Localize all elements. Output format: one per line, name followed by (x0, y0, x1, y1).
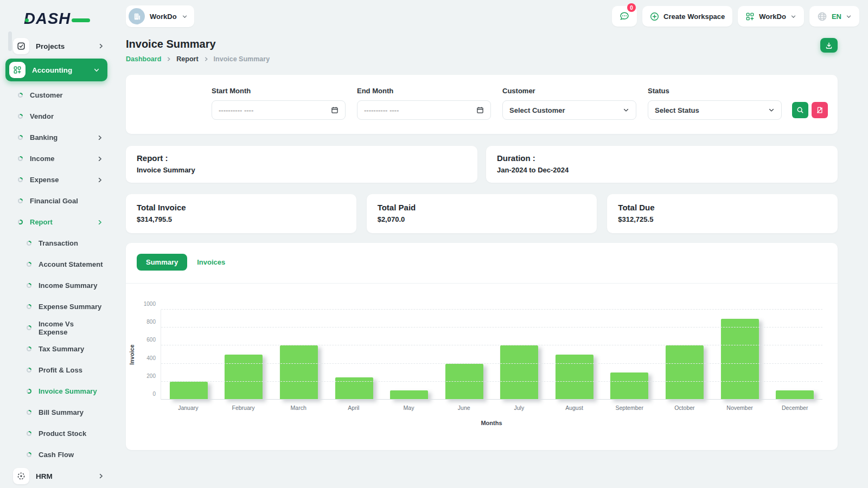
sidebar-item-product-stock[interactable]: Product Stock (0, 423, 113, 444)
chevron-down-icon (182, 14, 188, 20)
bullet-icon (27, 452, 31, 457)
sidebar-item-report[interactable]: Report (0, 211, 113, 233)
reset-filter-button[interactable] (812, 102, 828, 118)
sidebar-item-account-statement[interactable]: Account Statement (0, 254, 113, 275)
stat-card-0: Total Invoice$314,795.5 (126, 194, 356, 233)
bar-august[interactable] (556, 355, 593, 400)
bar-october[interactable] (666, 345, 704, 400)
topbar: WorkDo 0 Create Workspace WorkDo EN (113, 0, 868, 27)
sidebar-item-transaction[interactable]: Transaction (0, 233, 113, 254)
sidebar-item-label: Expense (30, 176, 97, 184)
gridline-400 (161, 363, 822, 364)
download-button[interactable] (820, 38, 838, 53)
bar-band-september (602, 310, 658, 400)
x-tick-label: February (216, 404, 271, 411)
bar-april[interactable] (335, 377, 373, 400)
sidebar-item-cash-flow[interactable]: Cash Flow (0, 444, 113, 465)
start-month-input-wrap (212, 100, 346, 120)
bar-november[interactable] (721, 319, 759, 400)
chart-card: SummaryInvoices Invoice 0200400600800100… (126, 243, 838, 450)
tab-summary[interactable]: Summary (137, 254, 187, 271)
bar-july[interactable] (500, 345, 538, 400)
stat-title: Total Invoice (137, 203, 346, 212)
sidebar-item-hrm[interactable]: HRM (0, 465, 113, 487)
building-icon (133, 12, 141, 21)
stat-value: $2,070.0 (378, 215, 586, 223)
language-selector[interactable]: EN (809, 6, 859, 27)
sidebar-nav: ProjectsAccountingCustomerVendorBankingI… (0, 35, 113, 487)
sidebar-item-label: Account Statement (39, 260, 103, 268)
chevron-right-icon (98, 43, 104, 49)
sidebar-item-accounting[interactable]: Accounting (5, 59, 107, 81)
sidebar-scrollbar[interactable] (8, 31, 12, 51)
sidebar-item-tax-summary[interactable]: Tax Summary (0, 338, 113, 359)
end-month-input-wrap (357, 100, 491, 120)
x-tick-label: May (381, 404, 437, 411)
sidebar-item-bill-summary[interactable]: Bill Summary (0, 402, 113, 423)
bar-january[interactable] (170, 382, 208, 400)
topbar-actions: 0 Create Workspace WorkDo EN (612, 6, 859, 27)
sidebar-item-label: Financial Goal (30, 197, 103, 205)
sidebar-item-projects[interactable]: Projects (0, 35, 113, 57)
create-workspace-button[interactable]: Create Workspace (642, 6, 732, 27)
sidebar-item-expense[interactable]: Expense (0, 169, 113, 190)
sidebar-item-banking[interactable]: Banking (0, 127, 113, 148)
tab-invoices[interactable]: Invoices (197, 258, 225, 266)
invoice-chart: Invoice 02004006008001000 JanuaryFebruar… (161, 310, 822, 426)
sidebar-item-invoice-summary[interactable]: Invoice Summary (0, 381, 113, 402)
x-tick-label: March (271, 404, 326, 411)
messages-button[interactable]: 0 (612, 6, 637, 27)
download-icon (825, 42, 833, 49)
sidebar-item-label: HRM (36, 472, 98, 480)
breadcrumb-item-0[interactable]: Dashboard (126, 55, 161, 63)
bar-may[interactable] (390, 390, 428, 400)
x-tick-label: November (712, 404, 768, 411)
sidebar-item-expense-summary[interactable]: Expense Summary (0, 296, 113, 317)
chevron-right-icon (97, 156, 103, 162)
bar-band-april (327, 310, 382, 400)
y-tick-label: 400 (146, 355, 156, 361)
circle-plus-icon (650, 12, 659, 21)
x-tick-label: June (436, 404, 492, 411)
bar-december[interactable] (776, 390, 814, 400)
workspace-switcher[interactable]: WorkDo (126, 5, 194, 27)
chat-icon (619, 11, 630, 22)
gridline-600 (161, 345, 822, 345)
sidebar-item-income[interactable]: Income (0, 148, 113, 169)
gridline-800 (161, 327, 822, 328)
grid-plus-icon (745, 12, 755, 21)
customer-select-value: Select Customer (509, 106, 623, 114)
bar-band-may (381, 310, 437, 400)
bullet-icon (27, 389, 31, 394)
bar-band-january (161, 310, 216, 400)
hrm-icon (17, 472, 25, 480)
calendar-icon[interactable] (331, 106, 339, 114)
bar-september[interactable] (610, 373, 648, 400)
status-select[interactable]: Select Status (648, 100, 782, 120)
bullet-icon (18, 177, 23, 182)
sidebar-item-financial-goal[interactable]: Financial Goal (0, 190, 113, 211)
stat-value: $314,795.5 (137, 215, 346, 223)
apply-filter-button[interactable] (792, 102, 808, 118)
app-logo[interactable]: DASH (0, 4, 113, 35)
breadcrumb-item-2: Invoice Summary (214, 55, 270, 63)
sidebar-item-vendor[interactable]: Vendor (0, 106, 113, 127)
calendar-icon[interactable] (476, 106, 484, 114)
breadcrumb-item-1[interactable]: Report (176, 55, 198, 63)
bar-march[interactable] (280, 345, 318, 400)
bullet-icon (27, 283, 31, 288)
sidebar: DASH ProjectsAccountingCustomerVendorBan… (0, 0, 113, 488)
start-month-input[interactable] (219, 106, 331, 114)
chart-x-axis-label: Months (161, 420, 822, 426)
sidebar-item-income-summary[interactable]: Income Summary (0, 275, 113, 296)
workdo-menu-button[interactable]: WorkDo (738, 6, 804, 27)
customer-select[interactable]: Select Customer (502, 100, 636, 120)
bullet-icon (27, 368, 31, 373)
checkbox-icon (17, 42, 25, 50)
sidebar-item-profit-loss[interactable]: Profit & Loss (0, 359, 113, 381)
sidebar-item-label: Banking (30, 133, 97, 142)
sidebar-item-customer[interactable]: Customer (0, 85, 113, 106)
sidebar-item-income-vs-expense[interactable]: Income Vs Expense (0, 317, 113, 338)
end-month-input[interactable] (364, 106, 476, 114)
bar-february[interactable] (225, 355, 263, 400)
